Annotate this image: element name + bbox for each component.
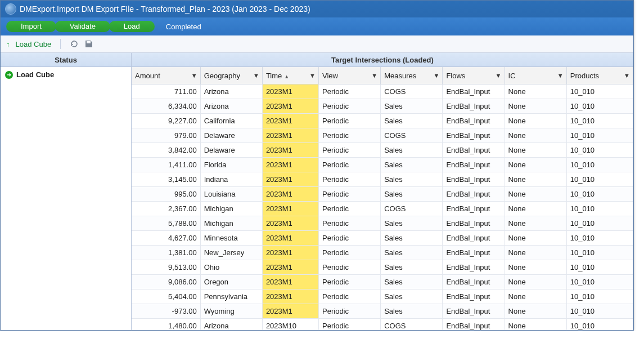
cell-view[interactable]: Periodic bbox=[319, 99, 381, 114]
cell-geography[interactable]: Indiana bbox=[200, 172, 262, 187]
table-row[interactable]: 1,411.00Florida2023M1PeriodicSalesEndBal… bbox=[132, 158, 633, 172]
cell-time[interactable]: 2023M1 bbox=[262, 246, 318, 260]
cell-geography[interactable]: Florida bbox=[200, 158, 262, 172]
cell-view[interactable]: Periodic bbox=[319, 289, 381, 304]
cell-products[interactable]: 10_010 bbox=[566, 128, 633, 143]
cell-time[interactable]: 2023M1 bbox=[262, 275, 318, 289]
cell-time[interactable]: 2023M1 bbox=[262, 289, 318, 304]
cell-measures[interactable]: Sales bbox=[381, 99, 443, 114]
cell-geography[interactable]: Minnesota bbox=[200, 231, 262, 246]
cell-amount[interactable]: -973.00 bbox=[132, 304, 200, 319]
cell-products[interactable]: 10_010 bbox=[566, 319, 633, 331]
cell-amount[interactable]: 6,334.00 bbox=[132, 99, 200, 114]
cell-measures[interactable]: Sales bbox=[381, 187, 443, 202]
cell-flows[interactable]: EndBal_Input bbox=[443, 304, 505, 319]
cell-measures[interactable]: COGS bbox=[381, 202, 443, 216]
cell-view[interactable]: Periodic bbox=[319, 84, 381, 99]
cell-amount[interactable]: 2,367.00 bbox=[132, 202, 200, 216]
cell-ic[interactable]: None bbox=[505, 143, 566, 158]
cell-ic[interactable]: None bbox=[505, 216, 566, 231]
cell-flows[interactable]: EndBal_Input bbox=[443, 114, 505, 128]
filter-icon[interactable]: ▼ bbox=[253, 72, 259, 79]
cell-products[interactable]: 10_010 bbox=[566, 246, 633, 260]
cell-amount[interactable]: 3,145.00 bbox=[132, 172, 200, 187]
cell-amount[interactable]: 711.00 bbox=[132, 84, 200, 99]
status-node-load-cube[interactable]: ➜ Load Cube bbox=[5, 70, 127, 79]
cell-measures[interactable]: COGS bbox=[381, 319, 443, 331]
table-row[interactable]: 4,627.00Minnesota2023M1PeriodicSalesEndB… bbox=[132, 231, 633, 246]
cell-time[interactable]: 2023M1 bbox=[262, 84, 318, 99]
cell-time[interactable]: 2023M1 bbox=[262, 114, 318, 128]
cell-measures[interactable]: COGS bbox=[381, 128, 443, 143]
cell-time[interactable]: 2023M1 bbox=[262, 172, 318, 187]
cell-time[interactable]: 2023M10 bbox=[262, 319, 318, 331]
cell-ic[interactable]: None bbox=[505, 99, 566, 114]
filter-icon[interactable]: ▼ bbox=[191, 72, 197, 79]
cell-products[interactable]: 10_010 bbox=[566, 187, 633, 202]
cell-amount[interactable]: 5,404.00 bbox=[132, 289, 200, 304]
cell-ic[interactable]: None bbox=[505, 84, 566, 99]
col-header-ic[interactable]: IC▼ bbox=[505, 67, 566, 84]
cell-view[interactable]: Periodic bbox=[319, 216, 381, 231]
step-validate-button[interactable]: Validate bbox=[55, 21, 110, 32]
table-row[interactable]: 9,086.00Oregon2023M1PeriodicSalesEndBal_… bbox=[132, 275, 633, 289]
cell-measures[interactable]: Sales bbox=[381, 246, 443, 260]
cell-time[interactable]: 2023M1 bbox=[262, 158, 318, 172]
cell-view[interactable]: Periodic bbox=[319, 319, 381, 331]
cell-geography[interactable]: Michigan bbox=[200, 202, 262, 216]
table-row[interactable]: 9,227.00California2023M1PeriodicSalesEnd… bbox=[132, 114, 633, 128]
cell-flows[interactable]: EndBal_Input bbox=[443, 84, 505, 99]
table-row[interactable]: 3,145.00Indiana2023M1PeriodicSalesEndBal… bbox=[132, 172, 633, 187]
cell-ic[interactable]: None bbox=[505, 114, 566, 128]
cell-geography[interactable]: California bbox=[200, 114, 262, 128]
cell-view[interactable]: Periodic bbox=[319, 202, 381, 216]
cell-amount[interactable]: 9,227.00 bbox=[132, 114, 200, 128]
cell-geography[interactable]: Arizona bbox=[200, 84, 262, 99]
cell-view[interactable]: Periodic bbox=[319, 260, 381, 275]
cell-time[interactable]: 2023M1 bbox=[262, 187, 318, 202]
table-row[interactable]: 995.00Louisiana2023M1PeriodicSalesEndBal… bbox=[132, 187, 633, 202]
cell-products[interactable]: 10_010 bbox=[566, 99, 633, 114]
cell-ic[interactable]: None bbox=[505, 246, 566, 260]
cell-view[interactable]: Periodic bbox=[319, 172, 381, 187]
cell-amount[interactable]: 1,411.00 bbox=[132, 158, 200, 172]
data-grid[interactable]: Amount▼ Geography▼ Time▲▼ View▼ Measures… bbox=[132, 67, 633, 330]
cell-time[interactable]: 2023M1 bbox=[262, 260, 318, 275]
cell-geography[interactable]: Pennsylvania bbox=[200, 289, 262, 304]
cell-view[interactable]: Periodic bbox=[319, 304, 381, 319]
cell-flows[interactable]: EndBal_Input bbox=[443, 202, 505, 216]
cell-geography[interactable]: Ohio bbox=[200, 260, 262, 275]
cell-amount[interactable]: 5,788.00 bbox=[132, 216, 200, 231]
cell-products[interactable]: 10_010 bbox=[566, 202, 633, 216]
filter-icon[interactable]: ▼ bbox=[371, 72, 377, 79]
cell-flows[interactable]: EndBal_Input bbox=[443, 319, 505, 331]
cell-view[interactable]: Periodic bbox=[319, 187, 381, 202]
cell-flows[interactable]: EndBal_Input bbox=[443, 275, 505, 289]
cell-measures[interactable]: Sales bbox=[381, 114, 443, 128]
cell-flows[interactable]: EndBal_Input bbox=[443, 246, 505, 260]
table-row[interactable]: 5,788.00Michigan2023M1PeriodicSalesEndBa… bbox=[132, 216, 633, 231]
cell-view[interactable]: Periodic bbox=[319, 128, 381, 143]
cell-view[interactable]: Periodic bbox=[319, 231, 381, 246]
cell-time[interactable]: 2023M1 bbox=[262, 128, 318, 143]
cell-amount[interactable]: 1,381.00 bbox=[132, 246, 200, 260]
col-header-time[interactable]: Time▲▼ bbox=[262, 67, 318, 84]
cell-amount[interactable]: 9,513.00 bbox=[132, 260, 200, 275]
cell-flows[interactable]: EndBal_Input bbox=[443, 260, 505, 275]
cell-geography[interactable]: Delaware bbox=[200, 128, 262, 143]
cell-flows[interactable]: EndBal_Input bbox=[443, 172, 505, 187]
cell-products[interactable]: 10_010 bbox=[566, 114, 633, 128]
cell-products[interactable]: 10_010 bbox=[566, 143, 633, 158]
cell-measures[interactable]: Sales bbox=[381, 158, 443, 172]
table-row[interactable]: 5,404.00Pennsylvania2023M1PeriodicSalesE… bbox=[132, 289, 633, 304]
load-cube-button[interactable]: Load Cube bbox=[16, 40, 52, 48]
cell-geography[interactable]: Oregon bbox=[200, 275, 262, 289]
cell-view[interactable]: Periodic bbox=[319, 143, 381, 158]
cell-geography[interactable]: Michigan bbox=[200, 216, 262, 231]
cell-flows[interactable]: EndBal_Input bbox=[443, 216, 505, 231]
cell-ic[interactable]: None bbox=[505, 260, 566, 275]
col-header-flows[interactable]: Flows▼ bbox=[443, 67, 505, 84]
cell-measures[interactable]: Sales bbox=[381, 289, 443, 304]
step-load-button[interactable]: Load bbox=[109, 21, 155, 32]
cell-ic[interactable]: None bbox=[505, 128, 566, 143]
